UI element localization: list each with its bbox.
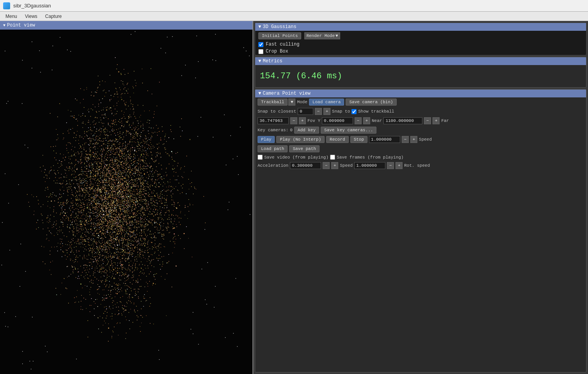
title-bar: sibr_3Dgaussian xyxy=(0,0,588,12)
far-label: Far xyxy=(441,118,449,123)
accel-minus-btn[interactable]: − xyxy=(323,162,330,169)
metrics-section: ▼ Metrics 154.77 (6.46 ms) xyxy=(255,57,586,88)
mode-label: Mode xyxy=(297,100,307,104)
fov-plus-btn[interactable]: + xyxy=(363,117,370,124)
near-input[interactable] xyxy=(383,117,422,124)
right-panel: ▼ 3D Gaussians Initial Points Render Mod… xyxy=(253,21,588,374)
save-video-label: Save video (from playing) xyxy=(264,155,328,160)
fast-culling-checkbox[interactable] xyxy=(258,42,263,47)
camera-header: ▼ Camera Point view xyxy=(255,90,586,97)
near-plus-btn[interactable]: + xyxy=(433,117,440,124)
stop-button[interactable]: Stop xyxy=(350,136,367,143)
trackball-btn[interactable]: Trackball xyxy=(258,99,288,106)
crop-box-row: Crop Box xyxy=(255,48,586,55)
menu-item-capture[interactable]: Capture xyxy=(41,13,66,20)
camera-row1: Trackball ▼ Mode Load camera Save camera… xyxy=(255,97,586,107)
acceleration-input[interactable] xyxy=(290,162,321,169)
initial-points-button[interactable]: Initial Points xyxy=(258,32,301,39)
speed2-label: Speed xyxy=(340,163,353,168)
gaussians-section: ▼ 3D Gaussians Initial Points Render Mod… xyxy=(255,23,586,55)
camera-row7: Save video (from playing) Save frames (f… xyxy=(255,153,586,161)
show-trackball-checkbox[interactable] xyxy=(351,109,357,114)
acceleration-label: Acceleration xyxy=(258,163,288,168)
play-no-interp-button[interactable]: Play (No Interp) xyxy=(276,136,325,143)
camera-triangle: ▼ xyxy=(258,91,261,96)
speed2-minus-btn[interactable]: − xyxy=(387,162,394,169)
fov-minus-btn[interactable]: − xyxy=(355,117,362,124)
save-video-checkbox[interactable] xyxy=(258,155,263,160)
save-frames-checkbox[interactable] xyxy=(330,155,335,160)
save-frames-label: Save frames (from playing) xyxy=(337,155,404,160)
show-trackball-label: Show trackball xyxy=(358,109,394,114)
menu-item-menu[interactable]: Menu xyxy=(2,13,21,20)
camera-section: ▼ Camera Point view Trackball ▼ Mode Loa… xyxy=(255,89,586,372)
snap-minus-btn[interactable]: − xyxy=(315,108,322,115)
snap-to-closest-input[interactable] xyxy=(298,108,313,115)
camera-row6: Load path Save path xyxy=(255,144,586,153)
add-key-button[interactable]: Add key xyxy=(294,127,319,134)
app-title: sibr_3Dgaussian xyxy=(13,3,51,9)
key-cameras-value: 0 xyxy=(290,128,293,132)
render-mode-arrow: ▼ xyxy=(335,34,338,38)
metrics-triangle: ▼ xyxy=(258,58,261,64)
accel-plus-btn[interactable]: + xyxy=(331,162,338,169)
position-input[interactable] xyxy=(258,117,289,124)
rot-speed-label: Rot. speed xyxy=(404,163,430,168)
speed-minus-btn[interactable]: − xyxy=(402,136,409,143)
menu-item-views[interactable]: Views xyxy=(21,13,41,20)
save-key-cameras-button[interactable]: Save key cameras... xyxy=(321,127,376,134)
viewport-title: Point view xyxy=(7,23,35,28)
viewport-panel: ▼ Point view xyxy=(0,21,253,374)
key-cameras-label: Key cameras: xyxy=(258,128,288,132)
point-cloud-canvas xyxy=(0,30,253,374)
metrics-header: ▼ Metrics xyxy=(255,57,586,65)
pos-plus-btn[interactable]: + xyxy=(299,117,306,124)
fast-culling-label: Fast culling xyxy=(266,42,299,47)
snap-to-label: Snap to xyxy=(332,109,350,114)
trackball-arrow[interactable]: ▼ xyxy=(288,99,295,106)
speed-label: Speed xyxy=(419,137,432,142)
fast-culling-row: Fast culling xyxy=(255,41,586,48)
metrics-title: Metrics xyxy=(263,58,282,64)
load-camera-button[interactable]: Load camera xyxy=(309,99,344,106)
pos-minus-btn[interactable]: − xyxy=(290,117,297,124)
near-minus-btn[interactable]: − xyxy=(424,117,431,124)
speed-plus-btn[interactable]: + xyxy=(410,136,417,143)
camera-row3: − + Fov Y − + Near − + Far xyxy=(255,116,586,125)
menu-bar: Menu Views Capture xyxy=(0,12,588,21)
snap-to-closest-label: Snap to closest xyxy=(258,109,296,114)
snap-plus-btn[interactable]: + xyxy=(323,108,330,115)
viewport-header: ▼ Point view xyxy=(0,21,253,30)
crop-box-label: Crop Box xyxy=(266,49,288,54)
app-icon xyxy=(3,2,10,9)
fov-y-input[interactable] xyxy=(322,117,353,124)
camera-row4: Key cameras: 0 Add key Save key cameras.… xyxy=(255,125,586,135)
camera-title: Camera Point view xyxy=(263,91,310,96)
camera-row5: Play Play (No Interp) Record Stop − + Sp… xyxy=(255,135,586,144)
crop-box-checkbox[interactable] xyxy=(258,49,263,54)
render-mode-dropdown[interactable]: Render Mode ▼ xyxy=(304,32,340,39)
main-layout: ▼ Point view ▼ 3D Gaussians Initial Poin… xyxy=(0,21,588,374)
gaussians-controls-row: Initial Points Render Mode ▼ xyxy=(255,31,586,41)
camera-row8: Acceleration − + Speed − + Rot. speed xyxy=(255,161,586,170)
gaussians-triangle: ▼ xyxy=(258,24,261,30)
triangle-icon: ▼ xyxy=(3,23,5,28)
render-mode-label: Render Mode xyxy=(306,34,335,38)
metrics-value: 154.77 (6.46 ms) xyxy=(255,65,586,87)
viewport-canvas[interactable] xyxy=(0,30,253,374)
speed2-input[interactable] xyxy=(354,162,385,169)
speed2-plus-btn[interactable]: + xyxy=(396,162,403,169)
speed-input[interactable] xyxy=(369,136,400,143)
trackball-dropdown[interactable]: Trackball ▼ xyxy=(258,99,295,106)
record-button[interactable]: Record xyxy=(326,136,349,143)
camera-row2: Snap to closest − + Snap to Show trackba… xyxy=(255,107,586,116)
fov-y-label: Fov Y xyxy=(307,118,320,123)
gaussians-header: ▼ 3D Gaussians xyxy=(255,23,586,31)
save-camera-button[interactable]: Save camera (bin) xyxy=(346,99,396,106)
near-label: Near xyxy=(372,118,382,123)
save-path-button[interactable]: Save path xyxy=(289,145,319,152)
play-button[interactable]: Play xyxy=(258,136,275,143)
gaussians-title: 3D Gaussians xyxy=(263,24,296,30)
load-path-button[interactable]: Load path xyxy=(258,145,288,152)
